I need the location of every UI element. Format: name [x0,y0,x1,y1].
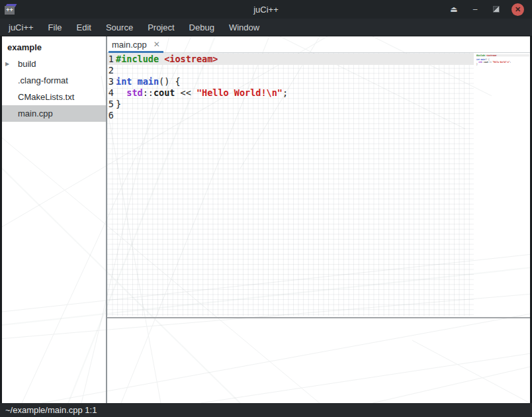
tree-items: ▶build.clang-formatCMakeLists.txtmain.cp… [2,56,106,122]
app-logo-face: ++ [5,6,15,15]
minimize-button[interactable]: – [469,3,481,15]
menu-item-edit[interactable]: Edit [69,19,99,36]
tab-label: main.cpp [112,40,147,50]
code-token: ; [510,61,511,63]
code-line-5: 5} [107,99,474,110]
status-file-position: ~/example/main.cpp 1:1 [5,405,97,415]
code-token: std [126,87,142,98]
code-line-4: 4 std::cout << "Hello World!\n"; [107,87,474,99]
code-token [116,87,126,98]
line-number: 4 [107,87,114,99]
code-line-1: 1#include <iostream> [107,54,474,65]
line-number: 5 [107,99,114,110]
code-line-6 [476,66,529,68]
minimap-content: #include <iostream>int main() { std::cou… [476,54,529,68]
code-token: "Hello World!\n" [492,61,510,63]
tab-bar: main.cpp ✕ [107,36,530,53]
menu-item-window[interactable]: Window [222,19,267,36]
code-line-2: 2 [107,65,474,76]
line-number: 2 [107,65,114,76]
code-token: cout [154,87,175,98]
maximize-restore-icon [493,6,500,13]
code-token: int [116,76,132,87]
menu-bar: juCi++FileEditSourceProjectDebugWindow [0,19,532,36]
tree-item-cmakelists-txt[interactable]: CMakeLists.txt [2,89,106,105]
tree-item-label: .clang-format [13,75,68,85]
tree-item-main-cpp[interactable]: main.cpp [2,105,106,122]
code-token: << [175,87,197,98]
code-token [159,54,164,64]
line-number: 3 [107,76,114,87]
tree-item-label: CMakeLists.txt [13,92,74,102]
code-token: () { [159,76,181,87]
code-token: "Hello World!\n" [197,87,283,98]
code-token: #include [116,54,159,64]
tab-main-cpp[interactable]: main.cpp ✕ [107,36,165,52]
expander-arrow-icon[interactable]: ▶ [2,61,13,67]
code-token: } [116,99,121,109]
file-tree-sidebar: example ▶build.clang-formatCMakeLists.tx… [2,36,107,403]
menu-item-source[interactable]: Source [99,19,140,36]
status-bar: ~/example/main.cpp 1:1 [0,403,532,417]
close-button[interactable]: ✕ [511,3,524,16]
editor-column: main.cpp ✕ 1#include <iostream>23int mai… [107,36,530,403]
tree-item-label: build [13,59,36,69]
app-logo-icon: ++ [5,3,18,15]
menu-item-juci-[interactable]: juCi++ [1,19,41,36]
code-token: #include [476,54,485,56]
maximize-restore-button[interactable] [490,3,502,15]
title-bar: ++ juCi++ ⏏ – ✕ [0,0,532,19]
tree-root-folder[interactable]: example [2,39,106,56]
code-line-3: 3int main() { [107,76,474,87]
tree-item-build[interactable]: ▶build [2,56,106,72]
tree-item-label: main.cpp [13,109,53,118]
code-token: main [138,76,159,87]
app-window: ++ juCi++ ⏏ – ✕ juCi++FileEditSourceProj… [0,0,532,417]
menu-item-file[interactable]: File [41,19,69,36]
line-number: 1 [107,54,114,65]
main-content: example ▶build.clang-formatCMakeLists.tx… [0,36,532,403]
menu-item-debug[interactable]: Debug [182,19,222,36]
code-lines: 1#include <iostream>23int main() {4 std:… [107,53,474,121]
code-line-6: 6 [107,110,474,121]
tree-item--clang-format[interactable]: .clang-format [2,72,106,89]
tab-close-icon[interactable]: ✕ [154,40,160,49]
code-token [132,76,137,87]
minimap[interactable]: #include <iostream>int main() { std::cou… [476,54,529,314]
code-token: ; [283,87,288,98]
line-number: 6 [107,110,114,121]
code-editor[interactable]: 1#include <iostream>23int main() {4 std:… [107,53,530,317]
code-token: <iostream> [164,54,218,64]
code-token: <iostream> [486,54,497,56]
code-token: } [476,64,478,66]
code-token: :: [143,87,154,98]
terminal-panel[interactable] [107,318,530,403]
menu-item-project[interactable]: Project [140,19,181,36]
shade-window-button[interactable]: ⏏ [448,3,460,15]
window-controls: ⏏ – ✕ [448,3,532,16]
